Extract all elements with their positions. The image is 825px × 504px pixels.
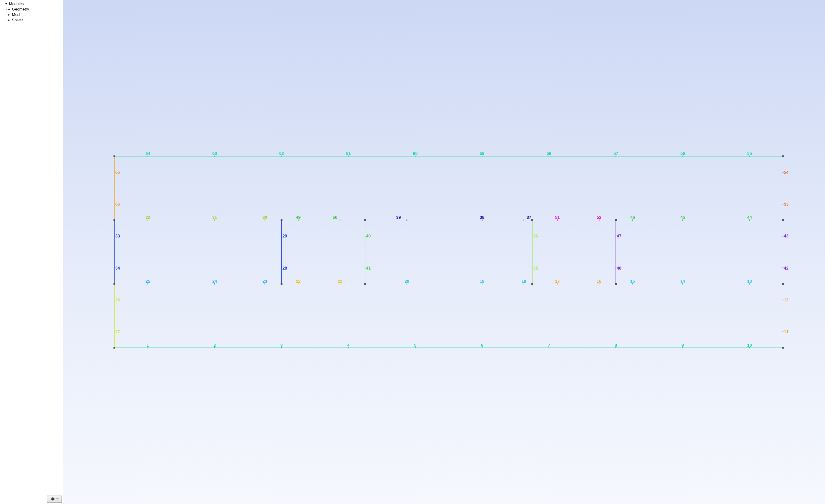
edge-tick [615, 236, 616, 236]
node-8[interactable] [114, 219, 115, 221]
node-13[interactable] [782, 219, 784, 221]
module-tree[interactable]: └ ▾ Modules ├ ▸ Geometry ├ ▸ Mesh └ ▸ So… [0, 0, 63, 504]
tree-branch-glyph: └ [2, 1, 4, 7]
tree-item-solver[interactable]: └ ▸ Solver [2, 17, 61, 23]
edge-label-8: 8 [614, 343, 617, 348]
node-5[interactable] [531, 283, 533, 285]
edge-tick [782, 332, 783, 332]
edge-label-61: 61 [346, 151, 351, 156]
edge-tick [615, 268, 616, 268]
axis-y-label: Y [820, 498, 823, 503]
edge-label-35: 35 [533, 266, 538, 271]
edge-label-47: 47 [617, 233, 621, 238]
settings-button[interactable]: ▽ [47, 496, 62, 503]
edge-label-19: 19 [480, 279, 484, 284]
node-15[interactable] [782, 155, 784, 157]
node-10[interactable] [364, 219, 366, 221]
edge-tick [406, 219, 407, 221]
tree-item-geometry[interactable]: ├ ▸ Geometry [2, 7, 61, 12]
edge-tick [114, 172, 115, 172]
edge-label-9: 9 [681, 343, 684, 348]
node-0[interactable] [114, 347, 115, 349]
tree-root-label: Modules [8, 1, 24, 7]
edge-label-29: 29 [283, 233, 287, 238]
node-2[interactable] [114, 283, 115, 285]
edge-tick [340, 219, 341, 221]
node-4[interactable] [364, 283, 366, 285]
triangle-down-icon: ▽ [57, 498, 59, 501]
triangle-down-icon[interactable]: ▾ [4, 1, 8, 7]
edge-label-40: 40 [366, 233, 371, 238]
edge-label-22: 22 [296, 279, 301, 284]
edge-label-2: 2 [214, 343, 216, 348]
edge-label-5: 5 [414, 343, 417, 348]
gear-icon [51, 497, 55, 502]
edge-tick [532, 236, 533, 236]
node-9[interactable] [281, 219, 283, 221]
edge-label-4: 4 [347, 343, 350, 348]
node-7[interactable] [782, 283, 784, 285]
geometry-scene[interactable]: 1234567891011121314151617181920212223242… [63, 0, 825, 504]
triangle-right-icon[interactable]: ▸ [7, 12, 11, 17]
tree-item-label: Mesh [11, 12, 22, 17]
node-6[interactable] [615, 283, 617, 285]
edge-label-46: 46 [630, 215, 635, 220]
edge-tick [114, 204, 115, 204]
edge-label-25: 25 [146, 279, 150, 284]
node-1[interactable] [782, 347, 784, 349]
edge-label-44: 44 [747, 215, 752, 220]
edge-label-14: 14 [680, 279, 685, 284]
edge-label-38: 38 [480, 215, 484, 220]
edge-label-49: 49 [296, 215, 301, 220]
edge-label-24: 24 [212, 279, 217, 284]
edge-label-12: 12 [784, 297, 789, 302]
edge-tick [782, 204, 783, 204]
edge-label-41: 41 [366, 266, 371, 271]
edge-tick [114, 268, 115, 268]
edge-label-6: 6 [481, 343, 483, 348]
edge-tick [114, 300, 115, 300]
edge-label-13: 13 [747, 279, 752, 284]
edge-label-36: 36 [533, 233, 538, 238]
edge-label-55: 55 [747, 151, 752, 156]
viewport-3d[interactable]: 1234567891011121314151617181920212223242… [63, 0, 825, 504]
edge-label-56: 56 [680, 151, 685, 156]
node-11[interactable] [531, 219, 533, 221]
edge-label-7: 7 [548, 343, 550, 348]
edge-label-26: 26 [115, 297, 120, 302]
edge-label-51: 51 [555, 215, 560, 220]
node-12[interactable] [615, 219, 617, 221]
edge-label-39: 39 [396, 215, 401, 220]
edge-label-34: 34 [115, 266, 120, 271]
edge-label-58: 58 [547, 151, 551, 156]
node-14[interactable] [114, 155, 115, 157]
edge-label-32: 32 [146, 215, 150, 220]
edge-label-57: 57 [613, 151, 618, 156]
edge-label-37: 37 [527, 215, 531, 220]
node-3[interactable] [281, 283, 283, 285]
tree-root-modules[interactable]: └ ▾ Modules [2, 1, 61, 7]
triangle-right-icon[interactable]: ▸ [7, 7, 11, 12]
tree-branch-glyph: └ [5, 17, 7, 23]
edge-tick [782, 172, 783, 172]
edge-label-63: 63 [212, 151, 217, 156]
edge-label-45: 45 [680, 215, 685, 220]
edge-tick [782, 268, 783, 268]
edge-label-65: 65 [115, 170, 120, 175]
tree-branch-glyph: ├ [5, 12, 7, 17]
edge-label-23: 23 [262, 279, 267, 284]
edge-label-66: 66 [115, 202, 120, 207]
edge-label-15: 15 [630, 279, 635, 284]
tree-branch-glyph: ├ [5, 7, 7, 12]
edge-tick [365, 236, 366, 236]
triangle-right-icon[interactable]: ▸ [7, 17, 11, 23]
tree-item-mesh[interactable]: ├ ▸ Mesh [2, 12, 61, 17]
edge-label-52: 52 [597, 215, 602, 220]
edge-label-11: 11 [784, 329, 789, 334]
sidebar: └ ▾ Modules ├ ▸ Geometry ├ ▸ Mesh └ ▸ So… [0, 0, 63, 504]
edge-tick [114, 332, 115, 332]
edge-label-1: 1 [147, 343, 149, 348]
tree-item-label: Geometry [11, 7, 29, 12]
edge-tick [365, 268, 366, 268]
edge-label-54: 54 [784, 170, 789, 175]
